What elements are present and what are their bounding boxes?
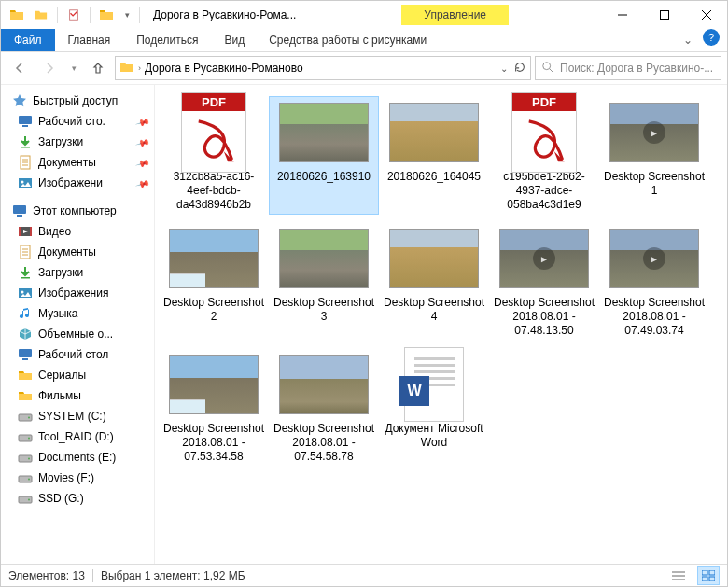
breadcrumb-item[interactable]: Дорога в Русавкино-Романово bbox=[145, 62, 303, 75]
file-thumbnail bbox=[389, 99, 479, 166]
minimize-button[interactable] bbox=[601, 1, 643, 29]
file-item[interactable]: Desktop Screenshot 2018.08.01 - 07.54.58… bbox=[269, 348, 379, 467]
doc-icon bbox=[18, 155, 33, 170]
star-icon bbox=[12, 93, 27, 108]
address-bar[interactable]: › Дорога в Русавкино-Романово ⌄ bbox=[115, 56, 531, 80]
file-thumbnail bbox=[499, 225, 589, 292]
view-details-button[interactable] bbox=[667, 566, 690, 585]
file-item[interactable]: Desktop Screenshot 3 bbox=[269, 222, 379, 341]
file-item[interactable]: Desktop Screenshot 2 bbox=[159, 222, 269, 341]
tab-home[interactable]: Главная bbox=[55, 29, 124, 51]
svg-rect-40 bbox=[414, 357, 455, 360]
svg-rect-41 bbox=[414, 364, 455, 367]
qat-properties-button[interactable] bbox=[63, 5, 84, 25]
svg-rect-2 bbox=[660, 11, 668, 20]
file-label: Документ Microsoft Word bbox=[383, 422, 485, 450]
maximize-button[interactable] bbox=[643, 1, 685, 29]
status-selection: Выбран 1 элемент: 1,92 МБ bbox=[101, 569, 245, 582]
close-button[interactable] bbox=[685, 1, 727, 29]
file-thumbnail bbox=[609, 225, 699, 292]
sidebar-quick-item[interactable]: Изображени📌 bbox=[1, 173, 154, 193]
tab-view[interactable]: Вид bbox=[211, 29, 258, 51]
ribbon-tabs: Файл Главная Поделиться Вид Средства раб… bbox=[1, 29, 727, 52]
refresh-button[interactable] bbox=[513, 61, 526, 77]
sidebar-quick-item[interactable]: Загрузки📌 bbox=[1, 132, 154, 152]
sidebar-pc-item[interactable]: Изображения bbox=[1, 283, 154, 303]
file-thumbnail: PDF bbox=[499, 99, 589, 166]
pin-icon: 📌 bbox=[135, 175, 150, 190]
sidebar-pc-item[interactable]: Сериалы bbox=[1, 365, 154, 385]
address-dropdown-button[interactable]: ⌄ bbox=[500, 63, 508, 74]
file-item[interactable]: Desktop Screenshot 2018.08.01 - 07.49.03… bbox=[599, 222, 709, 341]
file-label: Desktop Screenshot 2018.08.01 - 07.54.58… bbox=[273, 422, 375, 464]
svg-point-37 bbox=[28, 479, 30, 481]
sidebar-pc-item[interactable]: SSD (G:) bbox=[1, 488, 154, 509]
file-item[interactable]: Desktop Screenshot 2018.08.01 - 07.53.34… bbox=[159, 348, 269, 467]
context-subtab[interactable]: Средства работы с рисунками bbox=[258, 29, 438, 51]
search-input[interactable]: Поиск: Дорога в Русавкино-... bbox=[535, 56, 721, 80]
file-item[interactable]: Desktop Screenshot 2018.08.01 - 07.48.13… bbox=[489, 222, 599, 341]
file-label: Desktop Screenshot 2 bbox=[162, 296, 265, 324]
file-item[interactable]: Desktop Screenshot 1 bbox=[599, 96, 709, 215]
svg-point-31 bbox=[28, 417, 30, 419]
context-tab-header[interactable]: Управление bbox=[401, 5, 509, 25]
file-label: 312cb8a5-ac16-4eef-bdcb-da43d8946b2b bbox=[162, 170, 265, 212]
folder-small-icon bbox=[31, 5, 51, 25]
sidebar-pc-item[interactable]: SYSTEM (C:) bbox=[1, 406, 154, 426]
window-title: Дорога в Русавкино-Рома... bbox=[147, 8, 301, 21]
monitor-icon bbox=[18, 114, 33, 129]
file-item[interactable]: WДокумент Microsoft Word bbox=[379, 348, 489, 467]
file-item[interactable]: 20180626_164045 bbox=[379, 96, 489, 215]
sidebar-pc-item[interactable]: Объемные о... bbox=[1, 324, 154, 344]
file-thumbnail: W bbox=[389, 351, 479, 418]
doc-icon bbox=[18, 245, 33, 259]
sidebar-pc-item[interactable]: Загрузки bbox=[1, 262, 154, 283]
file-label: 20180626_164045 bbox=[387, 170, 481, 184]
ribbon-expand-button[interactable]: ⌄ bbox=[677, 29, 699, 51]
sidebar-pc-item[interactable]: Документы bbox=[1, 242, 154, 262]
svg-point-27 bbox=[21, 291, 24, 294]
sidebar-thispc[interactable]: Этот компьютер bbox=[1, 201, 154, 221]
nav-recent-button[interactable]: ▾ bbox=[66, 56, 81, 80]
folder-icon bbox=[7, 5, 27, 25]
nav-back-button[interactable] bbox=[7, 56, 33, 80]
chevron-right-icon[interactable]: › bbox=[138, 63, 141, 73]
file-item[interactable]: PDFc195bde1-2b62-4937-adce-058ba4c3d1e9 bbox=[489, 96, 599, 215]
view-thumbnails-button[interactable] bbox=[697, 566, 720, 585]
sidebar-pc-item[interactable]: Фильмы bbox=[1, 385, 154, 406]
qat-dropdown-button[interactable]: ▾ bbox=[120, 5, 133, 25]
file-list[interactable]: PDF312cb8a5-ac16-4eef-bdcb-da43d8946b2b2… bbox=[155, 85, 727, 564]
file-item[interactable]: Desktop Screenshot 4 bbox=[379, 222, 489, 341]
sidebar-pc-item[interactable]: Музыка bbox=[1, 303, 154, 324]
file-thumbnail bbox=[279, 225, 369, 292]
svg-point-5 bbox=[543, 62, 551, 69]
nav-up-button[interactable] bbox=[85, 56, 111, 80]
down-icon bbox=[18, 265, 33, 280]
tab-file[interactable]: Файл bbox=[1, 29, 55, 51]
sidebar-pc-item[interactable]: Movies (F:) bbox=[1, 468, 154, 488]
file-item[interactable]: PDF312cb8a5-ac16-4eef-bdcb-da43d8946b2b bbox=[159, 96, 269, 215]
file-item[interactable]: 20180626_163910 bbox=[269, 96, 379, 215]
navigation-pane[interactable]: Быстрый доступРабочий сто.📌Загрузки📌Доку… bbox=[1, 85, 155, 564]
sidebar-quickaccess[interactable]: Быстрый доступ bbox=[1, 91, 154, 111]
down-icon bbox=[18, 134, 33, 149]
help-icon[interactable]: ? bbox=[703, 29, 720, 46]
sidebar-quick-item[interactable]: Документы📌 bbox=[1, 152, 154, 173]
sidebar-pc-item[interactable]: Documents (E:) bbox=[1, 447, 154, 468]
folder-icon bbox=[18, 388, 33, 403]
drive-icon bbox=[18, 429, 33, 444]
sidebar-pc-item[interactable]: Рабочий стол bbox=[1, 344, 154, 365]
file-label: Desktop Screenshot 4 bbox=[383, 296, 485, 324]
sidebar-pc-item[interactable]: Tool_RAID (D:) bbox=[1, 426, 154, 447]
tab-share[interactable]: Поделиться bbox=[123, 29, 211, 51]
sidebar-pc-item[interactable]: Видео bbox=[1, 221, 154, 242]
sidebar-quick-item[interactable]: Рабочий сто.📌 bbox=[1, 111, 154, 132]
title-bar: ▾ Дорога в Русавкино-Рома... Управление bbox=[1, 1, 727, 29]
drive-icon bbox=[18, 470, 33, 485]
cube-icon bbox=[18, 327, 33, 342]
drive-icon bbox=[18, 491, 33, 506]
file-thumbnail bbox=[279, 99, 369, 166]
svg-rect-49 bbox=[709, 570, 715, 575]
nav-forward-button[interactable] bbox=[36, 56, 63, 80]
svg-rect-9 bbox=[21, 147, 30, 148]
